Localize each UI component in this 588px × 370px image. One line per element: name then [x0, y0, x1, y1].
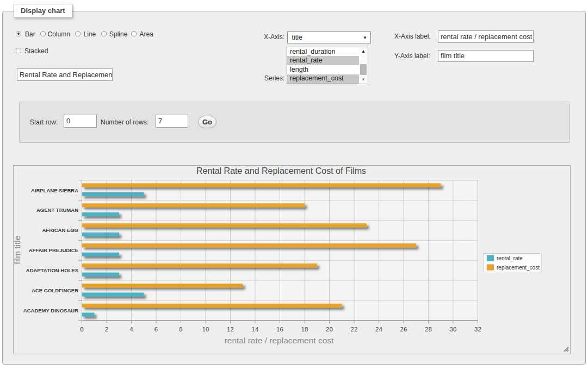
svg-text:30: 30: [450, 326, 457, 333]
svg-text:AGENT TRUMAN: AGENT TRUMAN: [36, 207, 78, 213]
svg-text:20: 20: [326, 326, 333, 333]
svg-text:6: 6: [154, 326, 158, 333]
svg-text:replacement_cost: replacement_cost: [497, 265, 540, 271]
svg-text:Rental Rate and Replacement Co: Rental Rate and Replacement Cost of Film…: [196, 166, 366, 175]
svg-text:8: 8: [179, 326, 182, 333]
svg-text:24: 24: [375, 326, 382, 333]
svg-text:AFRICAN EGG: AFRICAN EGG: [42, 227, 79, 233]
svg-text:18: 18: [301, 326, 308, 333]
svg-text:ACE GOLDFINGER: ACE GOLDFINGER: [32, 287, 78, 293]
svg-text:14: 14: [252, 326, 259, 333]
svg-text:ACADEMY DINOSAUR: ACADEMY DINOSAUR: [23, 308, 78, 313]
svg-text:rental rate / replacement cost: rental rate / replacement cost: [225, 336, 334, 345]
svg-text:32: 32: [474, 326, 481, 333]
svg-text:4: 4: [129, 326, 133, 333]
svg-text:AFFAIR PREJUDICE: AFFAIR PREJUDICE: [29, 247, 78, 253]
svg-text:12: 12: [227, 326, 234, 333]
svg-text:26: 26: [400, 326, 407, 333]
svg-text:2: 2: [105, 326, 108, 333]
svg-text:10: 10: [202, 326, 209, 333]
svg-text:film title: film title: [14, 236, 22, 265]
svg-text:16: 16: [276, 326, 283, 333]
svg-text:AIRPLANE SIERRA: AIRPLANE SIERRA: [31, 187, 78, 193]
svg-text:22: 22: [351, 326, 358, 333]
svg-text:ADAPTATION HOLES: ADAPTATION HOLES: [26, 267, 78, 273]
svg-text:rental_rate: rental_rate: [497, 255, 523, 261]
svg-text:28: 28: [425, 326, 432, 333]
svg-text:0: 0: [80, 326, 83, 333]
